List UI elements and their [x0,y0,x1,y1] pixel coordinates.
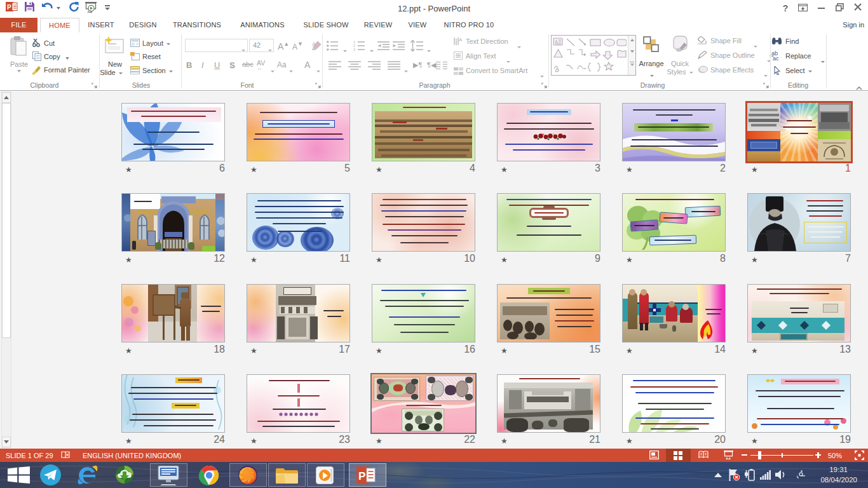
svg-text:A: A [555,39,558,44]
svg-text:P: P [358,470,365,482]
svg-text:A: A [312,41,316,47]
svg-text:A: A [459,37,463,43]
svg-text:3: 3 [353,48,355,51]
